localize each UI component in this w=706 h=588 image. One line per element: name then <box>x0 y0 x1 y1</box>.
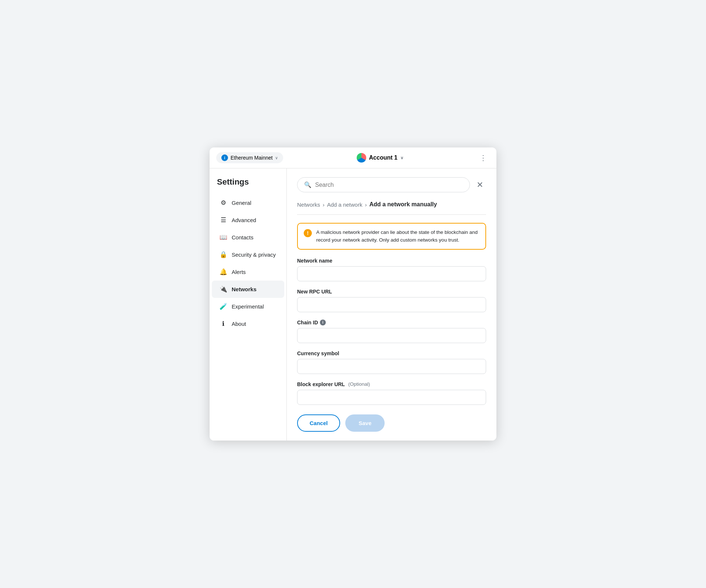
button-row: Cancel Save <box>297 414 486 432</box>
network-name-label: Network name <box>297 258 486 264</box>
breadcrumb: Networks › Add a network › Add a network… <box>297 201 486 208</box>
main-content: Settings ⚙ General ☰ Advanced 📖 Contacts… <box>210 168 496 441</box>
block-explorer-input[interactable] <box>297 390 486 405</box>
network-icon: i <box>221 154 228 161</box>
sidebar-label-security: Security & privacy <box>232 252 276 258</box>
contacts-icon: 📖 <box>219 234 227 241</box>
top-bar: i Ethereum Mainnet ∨ Account 1 ∨ ⋮ <box>210 147 496 168</box>
sidebar-item-contacts[interactable]: 📖 Contacts <box>212 229 284 246</box>
content-area: 🔍 ✕ Networks › Add a network › Add a net… <box>287 168 496 441</box>
rpc-url-input[interactable] <box>297 297 486 312</box>
block-explorer-label: Block explorer URL (Optional) <box>297 381 486 387</box>
chain-id-label: Chain ID i <box>297 320 486 325</box>
sidebar-label-contacts: Contacts <box>232 234 253 240</box>
cancel-button[interactable]: Cancel <box>297 414 340 432</box>
search-input[interactable] <box>315 182 463 188</box>
search-wrapper: 🔍 <box>297 177 470 192</box>
network-name-group: Network name <box>297 258 486 287</box>
sidebar-item-alerts[interactable]: 🔔 Alerts <box>212 263 284 281</box>
breadcrumb-add-manually: Add a network manually <box>369 201 437 208</box>
currency-symbol-label: Currency symbol <box>297 350 486 356</box>
account-chevron-icon: ∨ <box>400 156 403 160</box>
sidebar-label-general: General <box>232 200 251 206</box>
sidebar-label-alerts: Alerts <box>232 269 246 275</box>
experimental-icon: 🧪 <box>219 303 227 310</box>
security-icon: 🔒 <box>219 251 227 259</box>
currency-symbol-input[interactable] <box>297 359 486 374</box>
settings-title: Settings <box>210 177 286 194</box>
network-selector[interactable]: i Ethereum Mainnet ∨ <box>216 152 283 163</box>
about-icon: ℹ <box>219 320 227 328</box>
account-selector[interactable]: Account 1 ∨ <box>357 153 403 163</box>
network-chevron-icon: ∨ <box>275 156 278 160</box>
sidebar-item-networks[interactable]: 🔌 Networks <box>212 281 284 298</box>
breadcrumb-separator-2: › <box>365 202 367 208</box>
account-avatar <box>357 153 366 163</box>
rpc-url-group: New RPC URL <box>297 289 486 318</box>
sidebar-item-about[interactable]: ℹ About <box>212 315 284 332</box>
block-explorer-group: Block explorer URL (Optional) <box>297 381 486 411</box>
general-icon: ⚙ <box>219 199 227 207</box>
sidebar-label-advanced: Advanced <box>232 217 256 223</box>
search-icon: 🔍 <box>304 181 311 188</box>
optional-label: (Optional) <box>348 381 370 387</box>
search-bar-row: 🔍 ✕ <box>297 177 486 192</box>
chain-id-input[interactable] <box>297 328 486 343</box>
warning-icon: ! <box>304 229 312 237</box>
alerts-icon: 🔔 <box>219 268 227 276</box>
account-label: Account 1 <box>369 154 397 161</box>
sidebar: Settings ⚙ General ☰ Advanced 📖 Contacts… <box>210 168 287 441</box>
currency-symbol-group: Currency symbol <box>297 350 486 380</box>
sidebar-label-networks: Networks <box>232 286 257 292</box>
network-name-input[interactable] <box>297 266 486 281</box>
breadcrumb-separator-1: › <box>323 202 325 208</box>
sidebar-label-about: About <box>232 321 246 327</box>
kebab-menu-button[interactable]: ⋮ <box>477 152 490 164</box>
sidebar-item-experimental[interactable]: 🧪 Experimental <box>212 298 284 315</box>
save-button[interactable]: Save <box>345 414 385 432</box>
sidebar-item-advanced[interactable]: ☰ Advanced <box>212 211 284 229</box>
breadcrumb-networks[interactable]: Networks <box>297 202 320 208</box>
rpc-url-label: New RPC URL <box>297 289 486 295</box>
sidebar-label-experimental: Experimental <box>232 303 264 310</box>
sidebar-item-general[interactable]: ⚙ General <box>212 194 284 211</box>
advanced-icon: ☰ <box>219 216 227 224</box>
networks-icon: 🔌 <box>219 285 227 293</box>
divider <box>297 214 486 215</box>
chain-id-info-icon[interactable]: i <box>320 320 326 325</box>
warning-box: ! A malicious network provider can lie a… <box>297 223 486 250</box>
chain-id-group: Chain ID i <box>297 320 486 349</box>
close-button[interactable]: ✕ <box>474 179 486 190</box>
warning-text: A malicious network provider can lie abo… <box>316 229 479 244</box>
breadcrumb-add-network[interactable]: Add a network <box>327 202 363 208</box>
sidebar-item-security[interactable]: 🔒 Security & privacy <box>212 246 284 263</box>
network-label: Ethereum Mainnet <box>231 155 272 161</box>
